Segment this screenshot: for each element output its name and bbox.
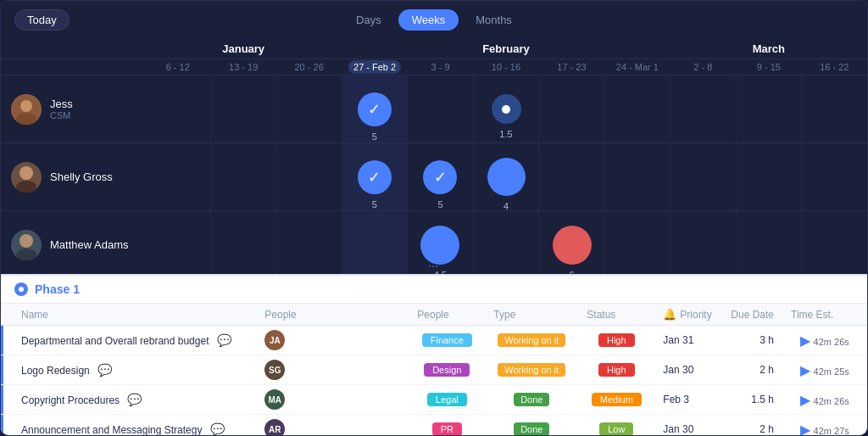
priority-badge: High — [598, 333, 635, 347]
task-people-cell: SG — [256, 355, 409, 385]
week-17-23: 17 - 23 — [539, 62, 604, 72]
col-header-priority: Status — [578, 304, 654, 326]
matthew-w10 — [802, 211, 867, 274]
week-3-9: 3 - 9 — [408, 62, 473, 72]
task-name-cell: Departmental and Overall rebrand budget … — [1, 326, 256, 355]
week-24-mar1: 24 - Mar 1 — [604, 62, 670, 72]
task-type-cell: Design — [409, 355, 485, 385]
task-tracking-cell: ▶ 42m 26s — [782, 326, 867, 355]
week-20-26: 20 - 26 — [276, 62, 342, 72]
jess-w5: 1.5 — [474, 75, 540, 143]
col-header-status: Type — [485, 304, 578, 326]
tab-months[interactable]: Months — [462, 9, 526, 31]
jess-w6 — [539, 75, 605, 143]
task-due-cell: Feb 3 — [654, 385, 722, 415]
matthew-circle-w4[interactable] — [420, 226, 459, 265]
task-status-cell: Working on it — [485, 326, 578, 355]
matthew-w2 — [276, 211, 342, 274]
shelly-w0 — [145, 143, 211, 210]
tracking-value: 42m 26s — [814, 337, 849, 347]
task-name-cell: Copyright Procedures 💬 — [1, 385, 256, 415]
bottom-panel: Phase 1 Name People People Type Status 🔔… — [1, 274, 867, 435]
week-13-19: 13 - 19 — [210, 62, 275, 72]
shelly-w2 — [276, 143, 342, 210]
jess-w2 — [276, 75, 342, 143]
shelly-w1 — [211, 143, 277, 210]
phase-title: Phase 1 — [35, 282, 80, 296]
comment-icon[interactable]: 💬 — [97, 363, 112, 377]
tab-days[interactable]: Days — [342, 9, 395, 31]
top-bar: Today Days Weeks Months — [1, 1, 867, 39]
today-button[interactable]: Today — [14, 9, 70, 31]
type-badge: PR — [432, 422, 462, 435]
scroll-hint: ⋯ — [428, 260, 440, 272]
jess-w9 — [737, 75, 803, 143]
comment-icon[interactable]: 💬 — [217, 333, 231, 347]
person-name-role-jess: Jess CSM — [50, 98, 73, 120]
jess-w3: ✓ 5 — [342, 75, 409, 143]
col-header-people: People — [256, 304, 409, 326]
person-row-jess: Jess CSM ✓ 5 — [1, 75, 867, 143]
people-col-spacer — [1, 42, 145, 55]
type-badge: Legal — [427, 393, 467, 406]
status-badge: Working on it — [498, 333, 565, 347]
matthew-w0 — [145, 211, 211, 274]
col-header-type: People — [409, 304, 485, 326]
task-tracking-cell: ▶ 42m 26s — [782, 385, 867, 415]
task-timeest-cell: 2 h — [722, 415, 782, 436]
matthew-w6: 6 — [539, 211, 605, 274]
shelly-w6 — [539, 143, 605, 210]
task-priority-cell: Medium — [578, 385, 654, 415]
shelly-circle-w5[interactable] — [487, 158, 526, 196]
week-10-16: 10 - 16 — [473, 62, 538, 72]
play-icon[interactable]: ▶ — [800, 363, 810, 377]
col-header-name: Name — [1, 304, 256, 326]
month-headers: January February March — [1, 39, 867, 59]
matthew-circle-w6[interactable] — [553, 226, 592, 265]
type-badge: Design — [424, 363, 470, 377]
priority-badge: Low — [599, 422, 633, 435]
task-type-cell: Legal — [409, 385, 485, 415]
person-name-matthew: Matthew Adams — [50, 238, 129, 251]
shelly-circle-w3[interactable]: ✓ — [358, 160, 392, 194]
task-status-cell: Done — [485, 385, 578, 415]
person-name-jess: Jess — [50, 98, 73, 110]
task-name: Announcement and Messaging Strategy — [21, 424, 202, 435]
col-header-tracking: Time Est. — [782, 304, 867, 326]
jess-w10 — [802, 75, 867, 143]
task-priority-cell: High — [578, 326, 654, 355]
jess-circle-w3[interactable]: ✓ — [358, 92, 392, 126]
person-name-role-shelly: Shelly Gross — [50, 170, 113, 183]
play-icon[interactable]: ▶ — [800, 422, 810, 436]
task-priority-cell: Low — [578, 415, 654, 436]
play-icon[interactable]: ▶ — [800, 393, 810, 407]
comment-icon[interactable]: 💬 — [210, 422, 225, 435]
tracking-value: 42m 25s — [814, 366, 849, 377]
col-header-due: 🔔Priority — [654, 304, 722, 325]
matthew-w9 — [737, 211, 803, 274]
tab-weeks[interactable]: Weeks — [398, 9, 459, 31]
play-icon[interactable]: ▶ — [800, 333, 810, 348]
priority-badge: Medium — [592, 393, 642, 406]
calendar-section: January February March 6 - 12 13 - 19 20… — [1, 39, 867, 274]
shelly-w9 — [737, 143, 803, 210]
month-january: January — [145, 42, 342, 55]
col-header-timeest: Due Date — [722, 304, 782, 326]
shelly-circle-w4[interactable]: ✓ — [423, 160, 457, 194]
comment-icon[interactable]: 💬 — [127, 393, 142, 406]
shelly-w10 — [802, 143, 867, 210]
table-header-row: Name People People Type Status 🔔Priority… — [1, 304, 867, 326]
priority-badge: High — [598, 363, 635, 377]
avatar-jess — [11, 94, 42, 125]
jess-w0 — [145, 75, 211, 143]
tracking-value: 42m 27s — [814, 426, 849, 436]
jess-circle-w5[interactable] — [492, 94, 521, 124]
phase-dot — [14, 282, 28, 296]
tracking-value: 42m 26s — [814, 396, 849, 406]
task-due-cell: Jan 30 — [654, 355, 722, 385]
matthew-row-cells: 4.5 6 — [145, 211, 867, 274]
task-name: Copyright Procedures — [21, 394, 120, 406]
jess-w1 — [211, 75, 277, 143]
task-priority-cell: High — [578, 355, 654, 385]
jess-row-cells: ✓ 5 1.5 — [145, 75, 867, 143]
